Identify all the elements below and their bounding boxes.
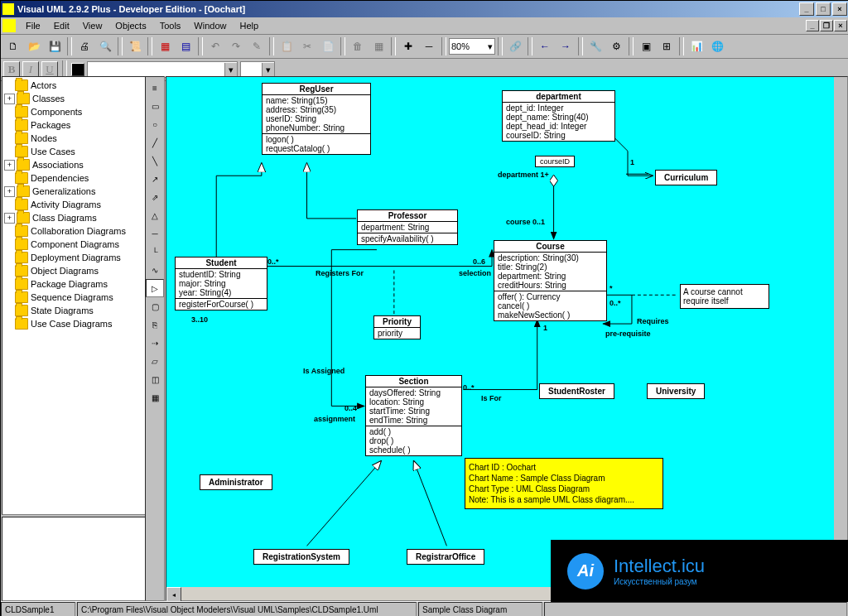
menu-tools[interactable]: Tools	[153, 19, 188, 32]
close-button[interactable]: ×	[832, 2, 847, 16]
tree-item[interactable]: Components	[4, 105, 143, 118]
tree-item[interactable]: Object Diagrams	[4, 264, 143, 277]
menu-edit[interactable]: Edit	[47, 19, 76, 32]
redo-icon[interactable]: ↷	[226, 36, 246, 56]
tree-item[interactable]: Dependencies	[4, 171, 143, 185]
class-course[interactable]: Course description: String(30)title: Str…	[494, 240, 607, 321]
chart-icon[interactable]: 📊	[687, 36, 706, 56]
link-icon[interactable]: 🔗	[505, 36, 525, 56]
tree-item[interactable]: Packages	[4, 118, 143, 132]
menu-objects[interactable]: Objects	[108, 19, 152, 32]
tool2-icon[interactable]: ⚙	[606, 36, 626, 56]
tree-item[interactable]: +Associations	[4, 158, 143, 171]
color-button[interactable]	[71, 63, 84, 76]
note-constraint[interactable]: A course cannot require itself	[680, 284, 769, 309]
tree-item[interactable]: Use Case Diagrams	[4, 317, 143, 330]
tb-dep-icon[interactable]: ⇢	[146, 334, 164, 352]
web-icon[interactable]: 🌐	[707, 36, 727, 56]
tb-arrow1-icon[interactable]: ↗	[146, 170, 164, 188]
print-icon[interactable]: 🖨	[75, 36, 94, 56]
tb-anchor-icon[interactable]: ⎘	[146, 315, 164, 334]
new-icon[interactable]: 🗋	[3, 36, 23, 56]
tb-menu-icon[interactable]: ≡	[146, 79, 164, 97]
save-icon[interactable]: 💾	[45, 36, 65, 56]
tree-item[interactable]: +Classes	[4, 92, 143, 105]
delete-icon[interactable]: 🗑	[348, 36, 368, 56]
class-studentroster[interactable]: StudentRoster	[539, 383, 614, 399]
tree-item[interactable]: Sequence Diagrams	[4, 291, 143, 304]
tool1-icon[interactable]: 🔧	[585, 36, 605, 56]
class-registrationsystem[interactable]: RegistrationSystem	[253, 549, 349, 565]
mdi-restore-button[interactable]: ❐	[820, 20, 833, 31]
note-chart-info[interactable]: Chart ID : Oochart Chart Name : Sample C…	[465, 458, 663, 509]
class-reguser[interactable]: RegUser name: String(15)address: String(…	[262, 83, 371, 155]
tb-line1-icon[interactable]: ╱	[146, 133, 164, 152]
tree-item[interactable]: Collaboration Diagrams	[4, 224, 143, 238]
expand-icon[interactable]: +	[4, 160, 15, 171]
menu-view[interactable]: View	[76, 19, 109, 32]
gen-icon[interactable]: ▦	[155, 36, 175, 56]
crosshair-icon[interactable]: ✚	[398, 36, 418, 56]
tree-item[interactable]: Use Cases	[4, 145, 143, 158]
menu-file[interactable]: File	[19, 19, 47, 32]
tree-item[interactable]: +Class Diagrams	[4, 211, 143, 224]
db-icon[interactable]: ▤	[176, 36, 195, 56]
tree-item[interactable]: Package Diagrams	[4, 277, 143, 291]
tb-select-icon[interactable]: ▷	[146, 279, 164, 297]
maximize-button[interactable]: □	[816, 2, 831, 16]
tree-item[interactable]: Component Diagrams	[4, 238, 143, 251]
tb-class-icon[interactable]: ▭	[146, 97, 164, 115]
class-curriculum[interactable]: Curriculum	[655, 170, 717, 185]
class-university[interactable]: University	[647, 383, 705, 399]
brush-icon[interactable]: ✎	[247, 36, 267, 56]
detail-pane[interactable]	[2, 517, 146, 601]
tree-item[interactable]: Actors	[4, 79, 143, 92]
expand-icon[interactable]: +	[4, 186, 15, 197]
menu-help[interactable]: Help	[233, 19, 265, 32]
menu-window[interactable]: Window	[187, 19, 233, 32]
tree-pane[interactable]: Actors+ClassesComponentsPackagesNodesUse…	[2, 76, 146, 515]
tb-angle-icon[interactable]: └	[146, 243, 164, 261]
tb-comp-icon[interactable]: ◫	[146, 370, 164, 388]
tree-item[interactable]: Nodes	[4, 132, 143, 145]
open-icon[interactable]: 📂	[24, 36, 44, 56]
script-icon[interactable]: 📜	[125, 36, 145, 56]
tree-item[interactable]: Deployment Diagrams	[4, 251, 143, 264]
expand-icon[interactable]: +	[4, 213, 15, 224]
class-student[interactable]: Student studentID: Stringmajor: Stringye…	[175, 257, 267, 310]
tb-grid-icon[interactable]: ▦	[146, 388, 164, 407]
line-icon[interactable]: ─	[419, 36, 439, 56]
tb-pack-icon[interactable]: ▱	[146, 352, 164, 370]
class-department[interactable]: department dept_id: Integerdept_name: St…	[502, 90, 615, 142]
tb-usecase-icon[interactable]: ○	[146, 115, 164, 133]
tree-item[interactable]: +Generalizations	[4, 185, 143, 198]
layers-icon[interactable]: ▣	[636, 36, 656, 56]
tb-note-icon[interactable]: ▢	[146, 297, 164, 315]
diagram-canvas[interactable]: RegUser name: String(15)address: String(…	[166, 77, 834, 587]
class-administrator[interactable]: Administrator	[200, 474, 272, 490]
class-professor[interactable]: Professor department: String specifyAvai…	[357, 209, 458, 245]
mdi-close-button[interactable]: ×	[834, 20, 847, 31]
tree-item[interactable]: Activity Diagrams	[4, 198, 143, 211]
copy-icon[interactable]: 📋	[277, 36, 296, 56]
expand-icon[interactable]: +	[4, 94, 15, 104]
arrow-right-icon[interactable]: →	[556, 36, 576, 56]
class-priority[interactable]: Priority priority	[373, 315, 421, 339]
group-icon[interactable]: ⊞	[657, 36, 677, 56]
class-registraroffice[interactable]: RegistrarOffice	[407, 549, 484, 565]
tb-line3-icon[interactable]: ─	[146, 224, 164, 243]
cut-icon[interactable]: ✂	[297, 36, 317, 56]
mdi-minimize-button[interactable]: _	[806, 20, 819, 31]
scroll-left-icon[interactable]: ◂	[166, 587, 181, 602]
zoom-combo[interactable]: 80%▾	[449, 38, 495, 55]
tb-gen-icon[interactable]: △	[146, 206, 164, 224]
tree-item[interactable]: State Diagrams	[4, 304, 143, 317]
minimize-button[interactable]: _	[799, 2, 814, 16]
arrow-left-icon[interactable]: ←	[535, 36, 555, 56]
tb-curve-icon[interactable]: ∿	[146, 261, 164, 279]
grid-icon[interactable]: ▦	[369, 36, 388, 56]
scrollbar-vertical[interactable]	[834, 77, 847, 587]
tb-arrow2-icon[interactable]: ⇗	[146, 188, 164, 206]
class-section[interactable]: Section daysOffered: Stringlocation: Str…	[365, 375, 462, 456]
tb-line2-icon[interactable]: ╲	[146, 152, 164, 170]
